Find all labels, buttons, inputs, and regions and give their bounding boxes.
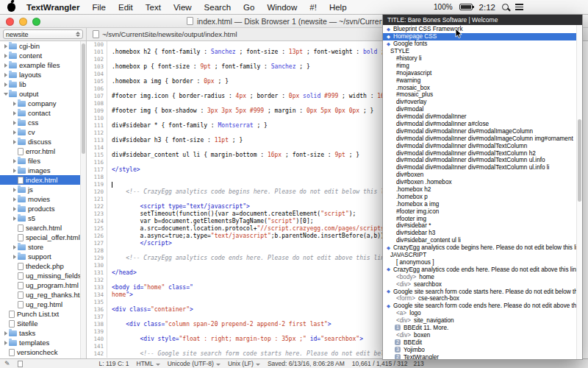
sidebar-item[interactable]: s5 xyxy=(0,213,80,223)
popup-item[interactable]: #mosaic_plus xyxy=(383,91,582,99)
disclosure-collapsed-icon[interactable] xyxy=(2,341,9,345)
popup-item[interactable]: 2BBEdit xyxy=(383,339,582,346)
popup-item[interactable]: <div>site_navigation xyxy=(383,317,582,325)
popup-item[interactable]: JAVASCRIPT xyxy=(383,252,582,259)
apple-menu-icon[interactable] xyxy=(7,3,15,12)
sidebar-item[interactable]: search.html xyxy=(0,223,80,233)
sidebar-item[interactable]: ug_missing_fields.ht… xyxy=(0,271,80,280)
sidebar-item[interactable]: support xyxy=(0,252,80,261)
menu-window[interactable]: Window xyxy=(265,3,298,12)
disclosure-collapsed-icon[interactable] xyxy=(11,245,18,250)
disclosure-collapsed-icon[interactable] xyxy=(11,216,18,221)
sidebar-item[interactable]: content xyxy=(0,51,80,60)
sidebar-item[interactable]: css xyxy=(0,118,80,127)
menu-textwrangler[interactable]: TextWrangler xyxy=(25,3,81,12)
disclosure-collapsed-icon[interactable] xyxy=(11,159,18,163)
popup-item[interactable]: div#modal div#modalInner div#modalTextCo… xyxy=(383,157,582,164)
menu-help[interactable]: Help xyxy=(328,3,348,12)
sidebar-item[interactable]: ug_program.html xyxy=(0,280,80,290)
language-menu[interactable]: HTML xyxy=(137,360,160,367)
volume-popup-button[interactable]: newsite xyxy=(3,29,83,39)
popup-scrollbar-thumb[interactable] xyxy=(578,119,581,202)
popup-item[interactable]: <div>boxen xyxy=(383,331,582,339)
popup-item[interactable]: div#sidebar * xyxy=(383,222,582,230)
sidebar-item[interactable]: ug_reg.html xyxy=(0,300,80,309)
popup-item[interactable]: div#modal xyxy=(383,106,582,113)
sidebar-item[interactable]: store xyxy=(0,242,80,252)
menu-go[interactable]: Go xyxy=(242,3,256,12)
minimize-window-button[interactable] xyxy=(19,18,27,26)
spotlight-search-icon[interactable] xyxy=(502,4,509,10)
menu-file[interactable]: File xyxy=(90,3,107,12)
disclosure-collapsed-icon[interactable] xyxy=(2,54,9,58)
line-ending-menu[interactable]: Unix (LF) xyxy=(228,360,260,367)
menu-view[interactable]: View xyxy=(172,3,193,12)
sidebar-item[interactable]: cgi-bin xyxy=(0,41,80,51)
disclosure-collapsed-icon[interactable] xyxy=(11,111,18,116)
disclosure-collapsed-icon[interactable] xyxy=(11,197,18,202)
sidebar-item[interactable]: movies xyxy=(0,194,80,204)
sidebar-item[interactable]: example files xyxy=(0,60,80,70)
menu-edit[interactable]: Edit xyxy=(117,3,135,12)
popup-item[interactable]: #history li xyxy=(383,55,582,63)
disclosure-collapsed-icon[interactable] xyxy=(2,82,9,87)
popup-item[interactable]: div#sidebar_content ul li xyxy=(383,237,582,244)
popup-item[interactable]: ◆CrazyEgg analytics code begins here. Pl… xyxy=(383,244,582,252)
popup-item[interactable]: ◆CrazyEgg analytics code ends here. Plea… xyxy=(383,266,582,273)
popup-item[interactable]: .homebox p xyxy=(383,193,582,200)
popup-item[interactable]: .homebox h2 xyxy=(383,186,582,194)
sidebar-item[interactable]: cv xyxy=(0,127,80,137)
popup-item[interactable]: <body>home xyxy=(383,273,582,280)
sidebar-item[interactable]: thedeck.php xyxy=(0,261,80,271)
popup-item[interactable]: #img xyxy=(383,62,582,69)
sidebar-item[interactable]: tasks xyxy=(0,328,80,338)
sidebar-item[interactable]: Sitefile xyxy=(0,319,80,328)
disclosure-collapsed-icon[interactable] xyxy=(2,44,9,49)
popup-item[interactable]: ◆Google site search form code ends here.… xyxy=(383,302,582,310)
disclosure-collapsed-icon[interactable] xyxy=(11,121,18,125)
popup-item[interactable]: ◆Google fonts xyxy=(383,40,582,48)
popup-item[interactable]: #nojavascript xyxy=(383,69,582,77)
sidebar-item[interactable]: output xyxy=(0,89,80,99)
popup-item[interactable]: STYLE xyxy=(383,48,582,55)
close-window-button[interactable] xyxy=(6,18,14,26)
popup-item[interactable]: div#modal div#modalInner div#modalTextCo… xyxy=(383,142,582,149)
popup-item[interactable]: #footer img.icon xyxy=(383,208,582,215)
notification-center-icon[interactable] xyxy=(515,4,523,10)
sidebar-item[interactable]: error.html xyxy=(0,146,80,156)
popup-item[interactable]: div#modal div#modalInner div#modalTextCo… xyxy=(383,164,582,171)
popup-item[interactable]: ◆Blueprint CSS Framework xyxy=(383,26,582,33)
sidebar-item[interactable]: contact xyxy=(0,108,80,118)
popup-item[interactable]: <div>searchbox xyxy=(383,280,582,288)
disclosure-collapsed-icon[interactable] xyxy=(2,63,9,68)
popup-item[interactable]: div#modal div#modalInner div#modalImageC… xyxy=(383,127,582,135)
popup-item[interactable]: ◆Google site search form code starts her… xyxy=(383,288,582,295)
sidebar-scrollbar-thumb[interactable] xyxy=(82,43,85,154)
popup-item[interactable]: div#modal div#modalInner div#modalTextCo… xyxy=(383,149,582,157)
sidebar-scrollbar[interactable] xyxy=(80,41,86,358)
menu--[interactable]: #! xyxy=(308,3,318,12)
sidebar-item[interactable]: templates xyxy=(0,338,80,347)
sidebar-item[interactable]: js xyxy=(0,185,80,194)
sidebar-item[interactable]: layouts xyxy=(0,70,80,79)
disclosure-collapsed-icon[interactable] xyxy=(11,188,18,192)
popup-item[interactable]: div#sidebar h3 xyxy=(383,230,582,237)
disclosure-collapsed-icon[interactable] xyxy=(11,169,18,173)
popup-item[interactable]: ◆Homepage CSS xyxy=(383,33,582,40)
encoding-menu[interactable]: Unicode (UTF-8) xyxy=(168,360,220,367)
sidebar-item[interactable]: lib xyxy=(0,79,80,89)
disclosure-collapsed-icon[interactable] xyxy=(11,140,18,144)
sidebar-item[interactable]: discuss xyxy=(0,137,80,146)
disclosure-collapsed-icon[interactable] xyxy=(2,73,9,77)
menu-clock[interactable]: 2:12 xyxy=(479,3,495,12)
pencil-icon[interactable]: ✎ xyxy=(4,360,10,367)
disclosure-collapsed-icon[interactable] xyxy=(11,130,18,135)
popup-item[interactable]: div#modal div#modalInner a#close xyxy=(383,121,582,128)
disclosure-collapsed-icon[interactable] xyxy=(2,331,9,336)
menu-text[interactable]: Text xyxy=(144,3,162,12)
zoom-window-button[interactable] xyxy=(32,18,40,26)
popup-item[interactable]: 2TextWrangler xyxy=(383,353,582,359)
popup-item[interactable]: div#boxen .homebox xyxy=(383,179,582,186)
sidebar-item[interactable]: files xyxy=(0,156,80,166)
popup-item[interactable]: #warning xyxy=(383,77,582,84)
